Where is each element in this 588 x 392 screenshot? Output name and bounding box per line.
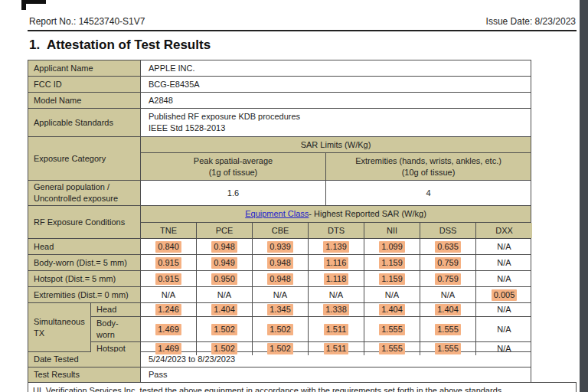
sar-value-cell: 1.246 xyxy=(141,303,197,316)
attestation-footer: UL Verification Services Inc. tested the… xyxy=(28,382,577,392)
rf-column-header-cbe: CBE xyxy=(253,223,309,238)
sar-value-cell: 0.915 xyxy=(141,255,197,270)
simultaneous-row-label: Body-worn xyxy=(91,317,141,341)
scan-edge-bar xyxy=(580,0,588,392)
highlighted-sar-value: 0.950 xyxy=(211,273,237,285)
highlighted-sar-value: 1.404 xyxy=(379,304,405,315)
highlighted-sar-value: 1.511 xyxy=(324,324,349,335)
table-row-date-tested: Date Tested 5/24/2023 to 8/23/2023 xyxy=(28,352,531,368)
sar-value-cell: 1.555 xyxy=(364,317,420,341)
sar-value-cell: 1.502 xyxy=(253,317,309,341)
table-row-test-results: Test Results Pass xyxy=(28,368,531,383)
sar-value-cell: 0.948 xyxy=(197,239,253,254)
sar-value-cell: 1.502 xyxy=(197,317,253,341)
highlighted-sar-value: 0.759 xyxy=(435,257,461,269)
limit-1g-value: 1.6 xyxy=(141,181,326,205)
date-tested-label: Date Tested xyxy=(28,352,141,367)
highlighted-sar-value: 0.005 xyxy=(492,289,518,301)
exposure-category-label: Exposure Category xyxy=(28,137,141,180)
sar-value-cell: 1.338 xyxy=(309,303,364,316)
highlighted-sar-value: 1.404 xyxy=(435,304,461,315)
sar-value-cell: 1.469 xyxy=(141,317,197,341)
highlighted-sar-value: 1.345 xyxy=(267,304,293,315)
highlighted-sar-value: 0.915 xyxy=(155,273,181,285)
sar-value-cell: N/A xyxy=(364,287,420,302)
scan-artifact-left xyxy=(21,0,26,10)
sar-value-cell: 0.840 xyxy=(141,239,197,254)
highlighted-sar-value: 1.116 xyxy=(324,257,349,269)
sar-row-label: Extremities (Dist.= 0 mm) xyxy=(28,287,141,302)
highlighted-sar-value: 1.502 xyxy=(211,324,237,335)
simultaneous-row-label: Head xyxy=(91,303,141,316)
table-row-rf-exposure-conditions: RF Exposure Conditions Equipment Class -… xyxy=(28,206,531,239)
sar-data-row: Extremities (Dist.= 0 mm)N/AN/AN/AN/AN/A… xyxy=(28,287,531,303)
table-row-fccid: FCC ID BCG-E8435A xyxy=(28,77,531,93)
sar-value-cell: N/A xyxy=(476,271,532,286)
sar-value-cell: 1.555 xyxy=(420,317,476,341)
table-row-general-population: General population / Uncontrolled exposu… xyxy=(28,181,531,206)
sar-value-cell: 0.948 xyxy=(253,271,309,286)
highlighted-sar-value: 0.915 xyxy=(155,257,181,269)
highlighted-sar-value: 0.840 xyxy=(155,241,181,253)
highest-reported-sar-text: - Highest Reported SAR (W/kg) xyxy=(309,208,426,220)
sar-value-cell: 0.950 xyxy=(197,271,253,286)
sar-value-cell: 1.118 xyxy=(309,271,364,286)
sar-value-cell: N/A xyxy=(476,303,532,316)
sar-value-cell: N/A xyxy=(476,317,532,341)
sar-value-cell: N/A xyxy=(309,287,364,302)
model-name-label: Model Name xyxy=(28,93,141,108)
date-tested-value: 5/24/2023 to 8/23/2023 xyxy=(141,352,531,367)
sar-row-label: Hotspot (Dist.= 5 mm) xyxy=(28,271,141,286)
simultaneous-tx-row: Head1.2461.4041.3451.3381.4041.404N/A xyxy=(91,303,531,317)
test-results-value: Pass xyxy=(141,368,531,382)
page-title: 1. Attestation of Test Results xyxy=(29,38,211,53)
sar-row-label: Head xyxy=(28,239,141,254)
highlighted-sar-value: 1.246 xyxy=(155,304,181,315)
table-row-simultaneous-tx: Simultaneous TX Head1.2461.4041.3451.338… xyxy=(28,303,531,352)
highlighted-sar-value: 0.949 xyxy=(211,257,237,269)
table-row-exposure-category: Exposure Category SAR Limits (W/Kg) Peak… xyxy=(28,137,531,181)
highlighted-sar-value: 1.502 xyxy=(267,324,293,335)
highlighted-sar-value: 0.635 xyxy=(435,241,461,253)
sar-value-cell: 1.404 xyxy=(197,303,253,316)
rf-column-header-tne: TNE xyxy=(141,223,197,238)
report-number: Report No.: 14523740-S1V7 xyxy=(29,16,145,27)
sar-value-cell: 0.949 xyxy=(197,255,253,270)
peak-spatial-average-header: Peak spatial-average (1g of tissue) xyxy=(141,153,326,180)
sar-value-cell: 1.116 xyxy=(309,255,364,270)
report-page: Report No.: 14523740-S1V7 Issue Date: 8/… xyxy=(0,0,588,392)
table-row-standards: Applicable Standards Published RF exposu… xyxy=(28,109,531,137)
highlighted-sar-value: 0.948 xyxy=(267,257,293,269)
sar-value-cell: N/A xyxy=(476,239,532,254)
equipment-class-link[interactable]: Equipment Class xyxy=(245,208,309,220)
applicable-standards-label: Applicable Standards xyxy=(28,109,141,136)
highlighted-sar-value: 1.159 xyxy=(379,273,405,285)
sar-value-cell: N/A xyxy=(253,287,309,302)
sar-value-cell: 0.635 xyxy=(420,239,476,254)
simultaneous-tx-label: Simultaneous TX xyxy=(28,303,91,351)
issue-date: Issue Date: 8/23/2023 xyxy=(486,16,576,27)
simultaneous-tx-row: Body-worn1.4691.5021.5021.5111.5551.555N… xyxy=(91,317,531,342)
rf-column-header-nii: NII xyxy=(364,223,420,238)
highlighted-sar-value: 0.948 xyxy=(267,273,293,285)
highlighted-sar-value: 1.404 xyxy=(211,304,237,315)
sar-value-cell: 1.159 xyxy=(364,255,420,270)
rf-column-header-dss: DSS xyxy=(420,223,476,238)
table-row-model: Model Name A2848 xyxy=(28,93,531,109)
highlighted-sar-value: 1.099 xyxy=(379,241,405,253)
fcc-id-label: FCC ID xyxy=(28,77,141,92)
applicant-name-label: Applicant Name xyxy=(28,60,141,76)
extremities-header: Extremities (hands, wrists, ankles, etc.… xyxy=(326,153,531,180)
sar-data-row: Hotspot (Dist.= 5 mm)0.9150.9500.9481.11… xyxy=(28,271,531,287)
sar-data-row: Body-worn (Dist.= 5 mm)0.9150.9490.9481.… xyxy=(28,255,531,271)
highlighted-sar-value: 1.469 xyxy=(155,324,181,335)
limit-10g-value: 4 xyxy=(326,181,531,205)
sar-value-cell: 1.404 xyxy=(420,303,476,316)
sar-value-cell: 1.404 xyxy=(364,303,420,316)
sar-value-cell: 0.948 xyxy=(253,255,309,270)
highlighted-sar-value: 1.338 xyxy=(323,304,349,315)
test-results-label: Test Results xyxy=(28,368,141,382)
highlighted-sar-value: 0.939 xyxy=(267,241,293,253)
rf-exposure-conditions-label: RF Exposure Conditions xyxy=(28,206,141,238)
sar-value-cell: 0.005 xyxy=(476,287,532,302)
